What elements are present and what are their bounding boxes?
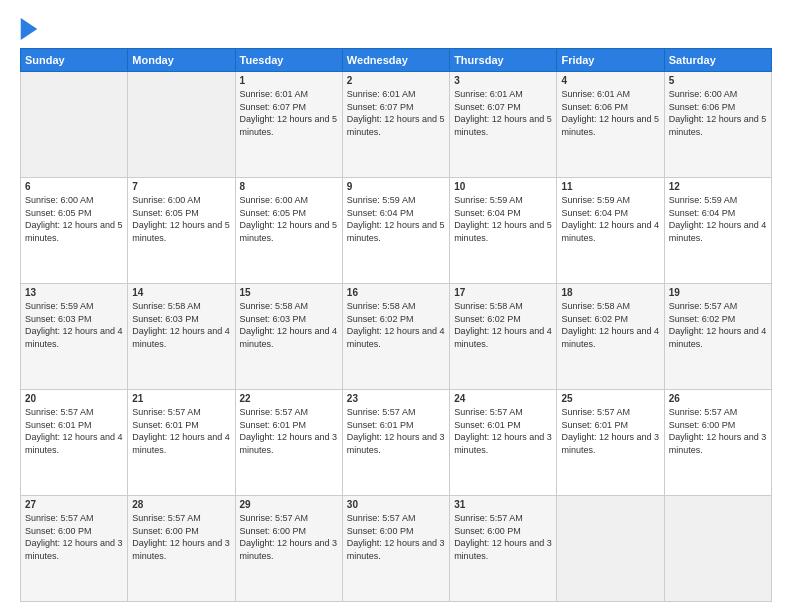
calendar-cell: 16Sunrise: 5:58 AMSunset: 6:02 PMDayligh… [342,284,449,390]
calendar-week-5: 27Sunrise: 5:57 AMSunset: 6:00 PMDayligh… [21,496,772,602]
calendar-cell: 12Sunrise: 5:59 AMSunset: 6:04 PMDayligh… [664,178,771,284]
calendar-cell: 6Sunrise: 6:00 AMSunset: 6:05 PMDaylight… [21,178,128,284]
calendar-cell: 10Sunrise: 5:59 AMSunset: 6:04 PMDayligh… [450,178,557,284]
cell-content: Sunrise: 6:00 AMSunset: 6:05 PMDaylight:… [25,194,123,244]
day-number: 7 [132,181,230,192]
day-number: 15 [240,287,338,298]
cell-content: Sunrise: 5:57 AMSunset: 6:01 PMDaylight:… [454,406,552,456]
calendar-cell: 7Sunrise: 6:00 AMSunset: 6:05 PMDaylight… [128,178,235,284]
calendar-cell: 28Sunrise: 5:57 AMSunset: 6:00 PMDayligh… [128,496,235,602]
weekday-saturday: Saturday [664,49,771,72]
cell-content: Sunrise: 5:57 AMSunset: 6:01 PMDaylight:… [347,406,445,456]
weekday-friday: Friday [557,49,664,72]
day-number: 13 [25,287,123,298]
cell-content: Sunrise: 5:57 AMSunset: 6:00 PMDaylight:… [669,406,767,456]
cell-content: Sunrise: 5:58 AMSunset: 6:02 PMDaylight:… [454,300,552,350]
day-number: 14 [132,287,230,298]
calendar-cell: 15Sunrise: 5:58 AMSunset: 6:03 PMDayligh… [235,284,342,390]
day-number: 18 [561,287,659,298]
cell-content: Sunrise: 5:57 AMSunset: 6:01 PMDaylight:… [25,406,123,456]
calendar-cell: 27Sunrise: 5:57 AMSunset: 6:00 PMDayligh… [21,496,128,602]
cell-content: Sunrise: 5:57 AMSunset: 6:00 PMDaylight:… [132,512,230,562]
calendar-cell: 30Sunrise: 5:57 AMSunset: 6:00 PMDayligh… [342,496,449,602]
cell-content: Sunrise: 6:00 AMSunset: 6:05 PMDaylight:… [240,194,338,244]
calendar-cell [557,496,664,602]
calendar-cell: 1Sunrise: 6:01 AMSunset: 6:07 PMDaylight… [235,72,342,178]
calendar-cell: 22Sunrise: 5:57 AMSunset: 6:01 PMDayligh… [235,390,342,496]
cell-content: Sunrise: 5:59 AMSunset: 6:04 PMDaylight:… [454,194,552,244]
day-number: 29 [240,499,338,510]
day-number: 25 [561,393,659,404]
calendar-cell: 19Sunrise: 5:57 AMSunset: 6:02 PMDayligh… [664,284,771,390]
calendar-cell: 24Sunrise: 5:57 AMSunset: 6:01 PMDayligh… [450,390,557,496]
calendar-cell: 21Sunrise: 5:57 AMSunset: 6:01 PMDayligh… [128,390,235,496]
cell-content: Sunrise: 5:57 AMSunset: 6:00 PMDaylight:… [347,512,445,562]
day-number: 19 [669,287,767,298]
cell-content: Sunrise: 5:57 AMSunset: 6:01 PMDaylight:… [240,406,338,456]
cell-content: Sunrise: 5:57 AMSunset: 6:02 PMDaylight:… [669,300,767,350]
day-number: 28 [132,499,230,510]
cell-content: Sunrise: 5:59 AMSunset: 6:04 PMDaylight:… [669,194,767,244]
cell-content: Sunrise: 5:59 AMSunset: 6:04 PMDaylight:… [347,194,445,244]
calendar-cell [21,72,128,178]
calendar-cell: 17Sunrise: 5:58 AMSunset: 6:02 PMDayligh… [450,284,557,390]
cell-content: Sunrise: 5:57 AMSunset: 6:00 PMDaylight:… [25,512,123,562]
cell-content: Sunrise: 5:59 AMSunset: 6:04 PMDaylight:… [561,194,659,244]
cell-content: Sunrise: 5:57 AMSunset: 6:00 PMDaylight:… [454,512,552,562]
day-number: 26 [669,393,767,404]
day-number: 3 [454,75,552,86]
day-number: 24 [454,393,552,404]
weekday-header-row: SundayMondayTuesdayWednesdayThursdayFrid… [21,49,772,72]
day-number: 23 [347,393,445,404]
weekday-thursday: Thursday [450,49,557,72]
calendar-cell [664,496,771,602]
day-number: 27 [25,499,123,510]
calendar-cell: 26Sunrise: 5:57 AMSunset: 6:00 PMDayligh… [664,390,771,496]
cell-content: Sunrise: 5:58 AMSunset: 6:02 PMDaylight:… [561,300,659,350]
cell-content: Sunrise: 5:58 AMSunset: 6:03 PMDaylight:… [240,300,338,350]
cell-content: Sunrise: 6:00 AMSunset: 6:06 PMDaylight:… [669,88,767,138]
calendar-week-2: 6Sunrise: 6:00 AMSunset: 6:05 PMDaylight… [21,178,772,284]
calendar-week-4: 20Sunrise: 5:57 AMSunset: 6:01 PMDayligh… [21,390,772,496]
day-number: 16 [347,287,445,298]
calendar-week-1: 1Sunrise: 6:01 AMSunset: 6:07 PMDaylight… [21,72,772,178]
calendar-cell: 5Sunrise: 6:00 AMSunset: 6:06 PMDaylight… [664,72,771,178]
header [20,18,772,40]
day-number: 8 [240,181,338,192]
day-number: 10 [454,181,552,192]
calendar-cell: 25Sunrise: 5:57 AMSunset: 6:01 PMDayligh… [557,390,664,496]
weekday-sunday: Sunday [21,49,128,72]
calendar-cell: 29Sunrise: 5:57 AMSunset: 6:00 PMDayligh… [235,496,342,602]
day-number: 12 [669,181,767,192]
calendar-cell: 31Sunrise: 5:57 AMSunset: 6:00 PMDayligh… [450,496,557,602]
page: SundayMondayTuesdayWednesdayThursdayFrid… [0,0,792,612]
cell-content: Sunrise: 5:59 AMSunset: 6:03 PMDaylight:… [25,300,123,350]
day-number: 2 [347,75,445,86]
cell-content: Sunrise: 5:57 AMSunset: 6:01 PMDaylight:… [132,406,230,456]
calendar-cell: 23Sunrise: 5:57 AMSunset: 6:01 PMDayligh… [342,390,449,496]
calendar-header: SundayMondayTuesdayWednesdayThursdayFrid… [21,49,772,72]
calendar-cell: 18Sunrise: 5:58 AMSunset: 6:02 PMDayligh… [557,284,664,390]
calendar-cell: 11Sunrise: 5:59 AMSunset: 6:04 PMDayligh… [557,178,664,284]
calendar-cell [128,72,235,178]
calendar-week-3: 13Sunrise: 5:59 AMSunset: 6:03 PMDayligh… [21,284,772,390]
calendar-body: 1Sunrise: 6:01 AMSunset: 6:07 PMDaylight… [21,72,772,602]
calendar-cell: 3Sunrise: 6:01 AMSunset: 6:07 PMDaylight… [450,72,557,178]
calendar-table: SundayMondayTuesdayWednesdayThursdayFrid… [20,48,772,602]
day-number: 1 [240,75,338,86]
cell-content: Sunrise: 6:01 AMSunset: 6:07 PMDaylight:… [347,88,445,138]
weekday-monday: Monday [128,49,235,72]
cell-content: Sunrise: 6:01 AMSunset: 6:07 PMDaylight:… [240,88,338,138]
day-number: 22 [240,393,338,404]
cell-content: Sunrise: 5:57 AMSunset: 6:00 PMDaylight:… [240,512,338,562]
day-number: 30 [347,499,445,510]
day-number: 11 [561,181,659,192]
calendar-cell: 2Sunrise: 6:01 AMSunset: 6:07 PMDaylight… [342,72,449,178]
day-number: 17 [454,287,552,298]
cell-content: Sunrise: 6:01 AMSunset: 6:07 PMDaylight:… [454,88,552,138]
day-number: 5 [669,75,767,86]
cell-content: Sunrise: 5:57 AMSunset: 6:01 PMDaylight:… [561,406,659,456]
calendar-cell: 14Sunrise: 5:58 AMSunset: 6:03 PMDayligh… [128,284,235,390]
weekday-wednesday: Wednesday [342,49,449,72]
day-number: 4 [561,75,659,86]
